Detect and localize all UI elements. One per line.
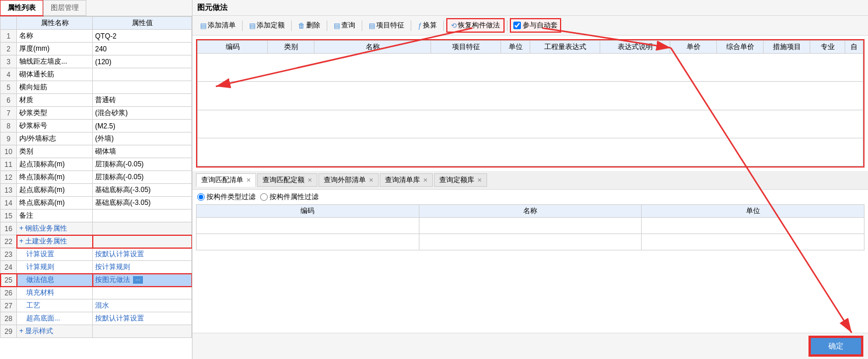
close-tab-icon[interactable]: ✕ [423, 177, 428, 183]
tab-layer-manage[interactable]: 图层管理 [43, 0, 86, 16]
convert-icon: ƒ [418, 22, 422, 30]
table-row-section: 29 + 显示样式 [1, 325, 192, 338]
table-row-section-selected: 22 + 土建业务属性 [1, 235, 192, 248]
table-row-selected: 25 做法信息 按图元做法 ··· [1, 274, 192, 287]
edit-method-button[interactable]: ··· [133, 276, 142, 284]
close-tab-icon[interactable]: ✕ [477, 177, 482, 183]
col-lb-header: 类别 [268, 41, 314, 54]
table-row: 23 计算设置 按默认计算设置 [1, 248, 192, 261]
col-zi-header: 自 [845, 41, 863, 54]
expand-icon[interactable]: + [19, 327, 23, 335]
table-row [198, 54, 863, 82]
col-bm-header: 编码 [198, 41, 268, 54]
table-row: 12 终点顶标高(m) 层顶标高(-0.05) [1, 171, 192, 184]
sep6 [443, 20, 444, 31]
query-tabs: 查询匹配清单 ✕ 查询匹配定额 ✕ 查询外部清单 ✕ 查询清单库 ✕ 查询定额库… [192, 171, 868, 190]
table-row: 4 砌体通长筋 [1, 68, 192, 81]
table-row: 2 厚度(mm) 240 [1, 43, 192, 55]
table-row: 13 起点底标高(m) 基础底标高(-3.05) [1, 184, 192, 197]
filter-by-type-label[interactable]: 按构件类型过滤 [197, 192, 256, 202]
delete-btn[interactable]: 🗑 删除 [294, 19, 324, 32]
query-tab-match-list[interactable]: 查询匹配清单 ✕ [196, 173, 256, 187]
table-row: 6 材质 普通砖 [1, 94, 192, 107]
filter-row: 按构件类型过滤 按构件属性过滤 [192, 190, 868, 204]
close-tab-icon[interactable]: ✕ [369, 177, 373, 183]
table-row: 11 起点顶标高(m) 层顶标高(-0.05) [1, 158, 192, 171]
expand-icon[interactable]: + [19, 237, 23, 245]
lower-grid: 编码 名称 单位 [196, 204, 864, 333]
convert-btn[interactable]: ƒ 换算 [414, 19, 441, 32]
auto-match-label[interactable]: 参与自动套 [510, 18, 561, 33]
col-zy-header: 专业 [810, 41, 845, 54]
auto-match-checkbox[interactable] [513, 22, 521, 29]
col-header-num [1, 17, 17, 30]
table-row: 7 砂浆类型 (混合砂浆) [1, 107, 192, 120]
table-row: 10 类别 砌体墙 [1, 145, 192, 158]
toolbar: ▤ 添加清单 ▤ 添加定额 🗑 删除 ▤ 查询 ▤ 项目特征 [192, 16, 868, 36]
sep1 [242, 20, 243, 31]
left-panel: 属性列表 图层管理 属性名称 属性值 1 名称 QTQ-2 2 [0, 0, 192, 359]
close-tab-icon[interactable]: ✕ [307, 177, 312, 183]
lower-col-code-header: 编码 [197, 205, 419, 218]
col-mc-header: 名称 [314, 41, 431, 54]
lower-col-name-header: 名称 [419, 205, 642, 218]
sep5 [411, 20, 411, 31]
close-tab-icon[interactable]: ✕ [246, 177, 251, 183]
lower-col-unit-header: 单位 [642, 205, 864, 218]
query-btn[interactable]: ▤ 查询 [330, 19, 359, 32]
query-tab-quota-lib[interactable]: 查询定额库 ✕ [434, 173, 487, 187]
bottom-bar: 确定 [192, 333, 868, 359]
table-row: 5 横向短筋 [1, 81, 192, 94]
table-row [198, 82, 863, 110]
add-list-icon: ▤ [200, 22, 206, 30]
table-row-section: 16 + 钢筋业务属性 [1, 222, 192, 235]
tab-bar: 属性列表 图层管理 [0, 0, 192, 16]
table-row: 14 终点底标高(m) 基础底标高(-3.05) [1, 197, 192, 210]
table-row: 1 名称 QTQ-2 [1, 30, 192, 43]
col-dj-header: 单价 [670, 41, 717, 54]
add-list-btn[interactable]: ▤ 添加清单 [196, 19, 240, 32]
sep3 [327, 20, 327, 31]
query-icon: ▤ [334, 22, 340, 30]
tab-property-list[interactable]: 属性列表 [0, 0, 43, 16]
col-csxm-header: 措施项目 [764, 41, 810, 54]
table-row: 26 填充材料 [1, 287, 192, 299]
filter-by-attr-label[interactable]: 按构件属性过滤 [260, 192, 318, 202]
table-row: 3 轴线距左墙皮... (120) [1, 55, 192, 68]
add-quota-btn[interactable]: ▤ 添加定额 [245, 19, 289, 32]
table-row [198, 138, 863, 166]
table-row [197, 234, 864, 250]
upper-grid: 编码 类别 名称 项目特征 单位 工程量表达式 表达式说明 单价 综合单价 措施… [196, 39, 864, 168]
table-row: 8 砂浆标号 (M2.5) [1, 120, 192, 133]
col-xmtz-header: 项目特征 [431, 41, 501, 54]
col-bds-header: 表达式说明 [600, 41, 670, 54]
right-wrapper: 图元做法 ▤ 添加清单 ▤ 添加定额 🗑 删除 ▤ 查询 [192, 0, 868, 359]
table-row: 9 内/外墙标志 (外墙) [1, 133, 192, 145]
add-quota-icon: ▤ [249, 22, 256, 30]
delete-icon: 🗑 [298, 22, 305, 30]
sep7 [507, 20, 508, 31]
col-gcl-header: 工程量表达式 [530, 41, 600, 54]
sep2 [291, 20, 292, 31]
panel-title: 图元做法 [192, 0, 868, 16]
query-tab-list-lib[interactable]: 查询清单库 ✕ [380, 173, 433, 187]
restore-icon: ⟲ [451, 22, 457, 30]
table-row: 15 备注 [1, 210, 192, 222]
col-header-value: 属性值 [93, 17, 192, 30]
table-row: 27 工艺 混水 [1, 299, 192, 312]
property-table: 属性名称 属性值 1 名称 QTQ-2 2 厚度(mm) 240 3 [0, 16, 192, 359]
right-panel: 图元做法 ▤ 添加清单 ▤ 添加定额 🗑 删除 ▤ 查询 [192, 0, 868, 359]
project-feature-icon: ▤ [369, 22, 375, 30]
table-row [197, 218, 864, 234]
filter-by-type-radio[interactable] [197, 193, 205, 201]
expand-icon[interactable]: + [19, 224, 23, 232]
project-feature-btn[interactable]: ▤ 项目特征 [365, 19, 408, 32]
query-tab-external-list[interactable]: 查询外部清单 ✕ [318, 173, 379, 187]
filter-by-attr-radio[interactable] [260, 193, 268, 201]
col-header-name: 属性名称 [17, 17, 93, 30]
table-row: 24 计算规则 按计算规则 [1, 261, 192, 274]
table-row: 28 超高底面... 按默认计算设置 [1, 312, 192, 325]
confirm-button[interactable]: 确定 [810, 337, 862, 355]
restore-method-btn[interactable]: ⟲ 恢复构件做法 [446, 18, 505, 33]
query-tab-match-quota[interactable]: 查询匹配定额 ✕ [257, 173, 317, 187]
